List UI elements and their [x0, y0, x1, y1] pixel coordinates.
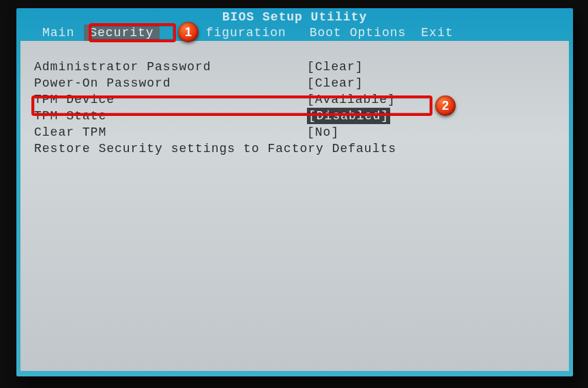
tab-main[interactable]: Main	[37, 25, 80, 41]
tab-boot-options[interactable]: Boot Options	[304, 25, 412, 41]
menu-tabs: Main Security figuration Boot Options Ex…	[16, 25, 573, 41]
label-admin-password: Administrator Password	[34, 59, 307, 75]
tab-security[interactable]: Security	[84, 25, 159, 41]
row-tpm-state[interactable]: TPM State [Disabled]	[34, 108, 555, 124]
tab-exit[interactable]: Exit	[415, 25, 458, 41]
tab-configuration-partial[interactable]: figuration	[201, 25, 292, 41]
bios-header: BIOS Setup Utility Main Security figurat…	[16, 8, 573, 41]
row-restore-defaults[interactable]: Restore Security settings to Factory Def…	[34, 140, 555, 157]
bios-window: BIOS Setup Utility Main Security figurat…	[16, 8, 573, 376]
row-tpm-device[interactable]: TPM Device [Available]	[34, 91, 555, 108]
value-tpm-device: [Available]	[307, 91, 443, 108]
label-clear-tpm: Clear TPM	[34, 124, 307, 140]
bios-content: Administrator Password [Clear] Power-On …	[20, 41, 569, 371]
row-admin-password[interactable]: Administrator Password [Clear]	[34, 59, 555, 75]
value-tpm-state-box: [Disabled]	[307, 108, 390, 124]
bios-title: BIOS Setup Utility	[16, 10, 573, 25]
row-poweron-password[interactable]: Power-On Password [Clear]	[34, 75, 555, 91]
label-tpm-device: TPM Device	[34, 91, 307, 108]
label-poweron-password: Power-On Password	[34, 75, 307, 91]
label-restore-defaults: Restore Security settings to Factory Def…	[34, 140, 396, 157]
row-clear-tpm[interactable]: Clear TPM [No]	[34, 124, 555, 140]
value-poweron-password: [Clear]	[307, 75, 443, 91]
value-clear-tpm: [No]	[307, 124, 443, 140]
label-tpm-state: TPM State	[34, 108, 307, 124]
value-tpm-state: [Disabled]	[307, 108, 443, 124]
value-admin-password: [Clear]	[307, 59, 443, 75]
